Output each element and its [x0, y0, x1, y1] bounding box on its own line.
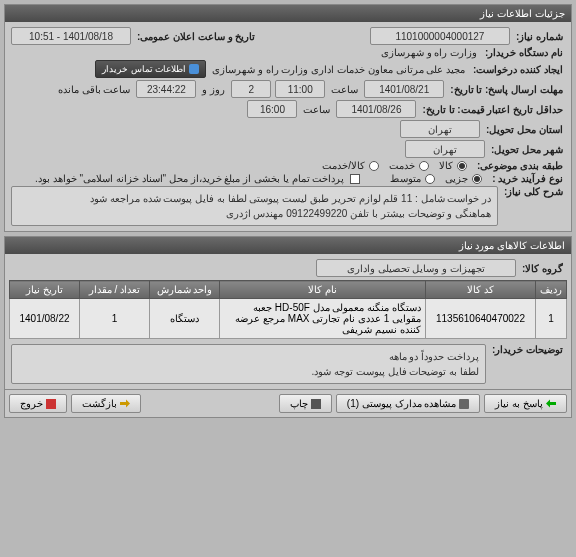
reply-button[interactable]: پاسخ به نیاز	[484, 394, 567, 413]
group-label: گروه کالا:	[520, 263, 565, 274]
col-date: تاریخ نیاز	[10, 281, 80, 299]
deadline-time: 11:00	[275, 80, 325, 98]
validity-time: 16:00	[247, 100, 297, 118]
process-label: نوع فرآیند خرید :	[490, 173, 565, 184]
cell-unit: دستگاه	[150, 299, 220, 339]
cell-qty: 1	[80, 299, 150, 339]
goods-panel: اطلاعات کالاهای مورد نیاز گروه کالا: تجه…	[4, 236, 572, 418]
cell-code: 1135610640470022	[426, 299, 536, 339]
buyer-notes-box: پرداخت حدوداً دو ماهه لطفا به توضیحات فا…	[11, 344, 486, 384]
col-name: نام کالا	[220, 281, 426, 299]
creator-value: مجید علی مرتانی معاون خدمات اداری وزارت …	[210, 64, 467, 75]
pub-date-field: 1401/08/18 - 10:51	[11, 27, 131, 45]
panel-header: جزئیات اطلاعات نیاز	[5, 5, 571, 22]
cell-name: دستگاه منگنه معمولی مدل HD-50F جعبه مقوا…	[220, 299, 426, 339]
radio-service[interactable]	[419, 161, 429, 171]
group-field: تجهیزات و وسایل تحصیلی واداری	[316, 259, 516, 277]
buyer-city-label: استان محل تحویل:	[484, 124, 565, 135]
deadline-label: مهلت ارسال پاسخ: تا تاریخ:	[448, 84, 565, 95]
delivery-city-label: شهر محل تحویل:	[489, 144, 565, 155]
remaining-days: 2	[231, 80, 271, 98]
creator-label: ایجاد کننده درخواست:	[471, 64, 565, 75]
radio-both[interactable]	[369, 161, 379, 171]
process-radio-group: جزیی متوسط	[388, 173, 482, 184]
delivery-city: تهران	[405, 140, 485, 158]
deadline-date: 1401/08/21	[364, 80, 444, 98]
table-row[interactable]: 1 1135610640470022 دستگاه منگنه معمولی م…	[10, 299, 567, 339]
exit-icon	[46, 399, 56, 409]
exit-button[interactable]: خروج	[9, 394, 67, 413]
print-button[interactable]: چاپ	[279, 394, 332, 413]
reply-icon	[546, 399, 556, 409]
remaining-suffix: ساعت باقی مانده	[56, 84, 133, 95]
radio-process-2[interactable]	[425, 174, 435, 184]
details-panel: جزئیات اطلاعات نیاز شماره نیاز: 11010000…	[4, 4, 572, 232]
goods-header: اطلاعات کالاهای مورد نیاز	[5, 237, 571, 254]
payment-checkbox[interactable]	[350, 174, 360, 184]
table-header-row: ردیف کد کالا نام کالا واحد شمارش تعداد /…	[10, 281, 567, 299]
cell-date: 1401/08/22	[10, 299, 80, 339]
buyer-value: وزارت راه و شهرسازی	[379, 47, 479, 58]
req-no-label: شماره نیاز:	[514, 31, 565, 42]
remaining-time: 23:44:22	[136, 80, 196, 98]
buyer-city: تهران	[400, 120, 480, 138]
validity-label: حداقل تاریخ اعتبار قیمت: تا تاریخ:	[420, 104, 565, 115]
col-qty: تعداد / مقدار	[80, 281, 150, 299]
print-icon	[311, 399, 321, 409]
button-bar: پاسخ به نیاز مشاهده مدارک پیوستی (1) چاپ…	[5, 389, 571, 417]
category-radio-group: کالا خدمت کالا/خدمت	[320, 160, 467, 171]
radio-process-1[interactable]	[472, 174, 482, 184]
saat-label-1: ساعت	[329, 84, 360, 95]
saat-label-2: ساعت	[301, 104, 332, 115]
attachments-button[interactable]: مشاهده مدارک پیوستی (1)	[336, 394, 481, 413]
col-row: ردیف	[536, 281, 567, 299]
payment-note: پرداخت تمام یا بخشی از مبلغ خرید،از محل …	[33, 173, 346, 184]
col-code: کد کالا	[426, 281, 536, 299]
back-button[interactable]: بازگشت	[71, 394, 141, 413]
document-icon	[459, 399, 469, 409]
radio-goods[interactable]	[457, 161, 467, 171]
cell-idx: 1	[536, 299, 567, 339]
category-label: طبقه بندی موضوعی:	[475, 160, 565, 171]
goods-table: ردیف کد کالا نام کالا واحد شمارش تعداد /…	[9, 280, 567, 339]
desc-box: در خواست شامل : 11 قلم لوازم تحریر طبق ل…	[11, 186, 498, 226]
pub-date-label: تاریخ و ساعت اعلان عمومی:	[135, 31, 257, 42]
info-icon	[189, 64, 199, 74]
contact-info-button[interactable]: اطلاعات تماس خریدار	[95, 60, 206, 78]
back-icon	[120, 399, 130, 409]
buyer-notes-label: توضیحات خریدار:	[490, 344, 565, 355]
desc-label: شرح کلی نیاز:	[502, 186, 565, 197]
buyer-label: نام دستگاه خریدار:	[483, 47, 565, 58]
validity-date: 1401/08/26	[336, 100, 416, 118]
rooz-label: روز و	[200, 84, 227, 95]
col-unit: واحد شمارش	[150, 281, 220, 299]
req-no-field: 1101000004000127	[370, 27, 510, 45]
